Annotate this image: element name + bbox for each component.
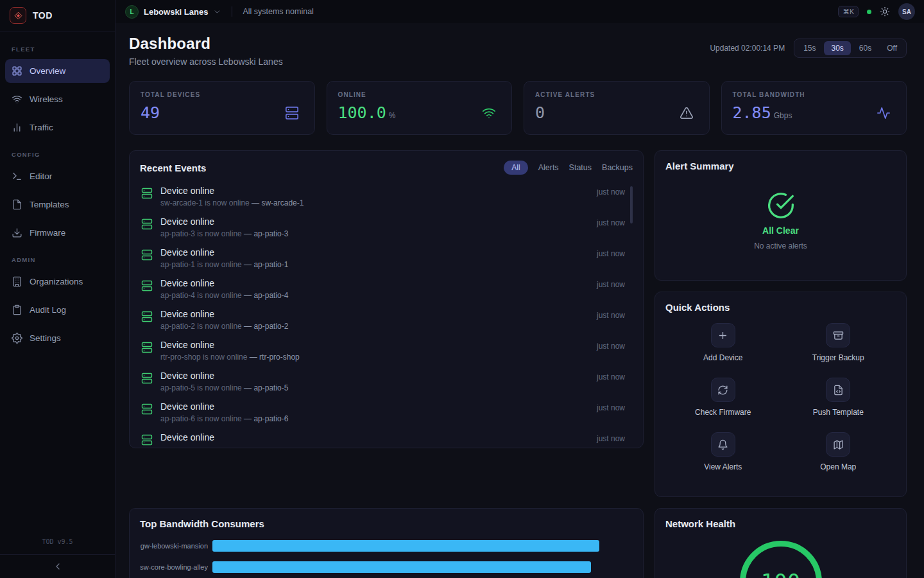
event-row[interactable]: Device online ap-patio-5 is now online —… <box>140 367 633 398</box>
wifi-icon <box>482 106 496 120</box>
sidebar-section-admin: ADMIN <box>5 256 110 263</box>
sidebar-item-label: Organizations <box>30 277 83 286</box>
page-subtitle: Fleet overview across Lebowski Lanes <box>129 57 283 67</box>
org-name: Lebowski Lanes <box>144 7 208 17</box>
dashboard-grid: Recent Events All Alerts Status Backups <box>129 150 907 578</box>
event-title: Device online <box>160 216 597 227</box>
event-time: just now <box>597 216 633 244</box>
tab-status[interactable]: Status <box>569 163 592 172</box>
event-time: just now <box>597 186 633 213</box>
network-health-title: Network Health <box>665 518 896 529</box>
download-icon <box>12 227 22 238</box>
tab-all[interactable]: All <box>504 161 527 175</box>
sidebar-item-label: Traffic <box>30 123 53 132</box>
terminal-icon <box>12 171 22 182</box>
tab-alerts[interactable]: Alerts <box>538 163 559 172</box>
bar-chart-icon <box>12 122 22 133</box>
event-time: just now <box>597 401 633 429</box>
sidebar-item-traffic[interactable]: Traffic <box>5 116 110 139</box>
stat-card-total-devices: TOTAL DEVICES 49 <box>129 81 315 135</box>
event-detail: ap-patio-1 is now online — ap-patio-1 <box>160 260 597 269</box>
event-row[interactable]: Device online ap-patio-2 is now online —… <box>140 306 633 337</box>
sidebar-item-label: Overview <box>30 66 65 76</box>
sidebar-section-config: CONFIG <box>5 151 110 158</box>
sidebar-item-overview[interactable]: Overview <box>5 59 110 83</box>
app-version: TOD v9.5 <box>0 538 115 554</box>
event-row[interactable]: Device online ap-patio-4 is now online —… <box>140 275 633 306</box>
event-device: — ap-patio-6 <box>244 414 288 423</box>
stat-value: 100.0 <box>338 103 386 122</box>
stat-label: TOTAL DEVICES <box>141 91 200 98</box>
stat-label: ONLINE <box>338 91 396 98</box>
trigger-backup-button[interactable]: Trigger Backup <box>781 323 896 362</box>
events-scrollbar[interactable] <box>630 186 633 223</box>
open-map-button[interactable]: Open Map <box>781 432 896 471</box>
sidebar-item-label: Settings <box>30 333 61 343</box>
add-device-button[interactable]: Add Device <box>665 323 781 362</box>
server-icon <box>141 311 153 322</box>
sun-icon[interactable] <box>880 6 890 17</box>
stat-card-online: ONLINE 100.0% <box>327 81 513 135</box>
sidebar-item-audit-log[interactable]: Audit Log <box>5 298 110 322</box>
sidebar-item-organizations[interactable]: Organizations <box>5 270 110 293</box>
refresh-option-off[interactable]: Off <box>880 41 904 55</box>
org-switcher[interactable]: L Lebowski Lanes <box>125 5 221 19</box>
event-title: Device online <box>160 340 597 350</box>
refresh-option-60s[interactable]: 60s <box>852 41 878 55</box>
clipboard-icon <box>12 304 22 315</box>
quick-actions-grid: Add Device Trigger Backup Check Firmware <box>665 323 896 471</box>
server-icon <box>141 249 153 261</box>
event-row[interactable]: Device online ap-patio-1 is now online —… <box>140 244 633 275</box>
event-row[interactable]: Device online rtr-pro-shop is now online… <box>140 337 633 367</box>
refresh-option-15s[interactable]: 15s <box>796 41 823 55</box>
event-time: just now <box>597 247 633 275</box>
event-list: Device online sw-arcade-1 is now online … <box>140 182 633 448</box>
sidebar-item-label: Templates <box>30 200 69 209</box>
event-row[interactable]: Device online just now <box>140 429 633 448</box>
view-alerts-button[interactable]: View Alerts <box>665 432 781 471</box>
event-row[interactable]: Device online ap-patio-6 is now online —… <box>140 398 633 429</box>
quick-action-label: Trigger Backup <box>812 353 864 362</box>
sidebar-item-settings[interactable]: Settings <box>5 326 110 350</box>
quick-action-label: View Alerts <box>704 462 742 471</box>
stat-unit: Gbps <box>774 111 792 120</box>
stat-card-total-bandwidth: TOTAL BANDWIDTH 2.85Gbps <box>721 81 907 135</box>
app-root: TOD FLEET Overview Wireless Traffic CONF… <box>0 0 924 578</box>
event-time: just now <box>597 340 633 367</box>
alert-summary-card: Alert Summary All Clear No active alerts <box>654 150 907 281</box>
network-health-value: 100 <box>761 569 800 578</box>
sidebar-item-templates[interactable]: Templates <box>5 193 110 216</box>
stat-label: TOTAL BANDWIDTH <box>733 91 805 98</box>
sidebar-item-firmware[interactable]: Firmware <box>5 221 110 245</box>
check-firmware-button[interactable]: Check Firmware <box>665 378 781 417</box>
bandwidth-bars: gw-lebowski-mansion sw-core-bowling-alle… <box>140 540 633 573</box>
push-template-button[interactable]: Push Template <box>781 378 896 417</box>
sidebar-item-wireless[interactable]: Wireless <box>5 87 110 111</box>
refresh-interval-segmented-control: 15s 30s 60s Off <box>794 39 907 58</box>
alert-triangle-icon <box>680 106 694 120</box>
sidebar-item-editor[interactable]: Editor <box>5 164 110 188</box>
refresh-option-30s[interactable]: 30s <box>824 41 850 55</box>
event-row[interactable]: Device online ap-patio-3 is now online —… <box>140 213 633 244</box>
quick-actions-title: Quick Actions <box>665 302 896 313</box>
plus-icon <box>717 330 728 341</box>
event-detail: ap-patio-4 is now online — ap-patio-4 <box>160 291 597 300</box>
event-detail: ap-patio-3 is now online — ap-patio-3 <box>160 229 597 238</box>
server-icon <box>141 280 153 292</box>
top-bandwidth-title: Top Bandwidth Consumers <box>140 518 633 529</box>
event-time: just now <box>597 309 633 337</box>
refresh-controls: Updated 02:00:14 PM 15s 30s 60s Off <box>710 39 907 58</box>
bandwidth-device-label: sw-core-bowling-alley <box>140 563 212 571</box>
alert-detail: No active alerts <box>754 241 807 250</box>
sidebar-collapse-button[interactable] <box>0 554 115 578</box>
user-avatar[interactable]: SA <box>898 3 915 20</box>
bandwidth-row: gw-lebowski-mansion <box>140 540 633 552</box>
event-title: Device online <box>160 432 597 442</box>
event-row[interactable]: Device online sw-arcade-1 is now online … <box>140 182 633 213</box>
sidebar-nav: FLEET Overview Wireless Traffic CONFIG E… <box>0 31 115 538</box>
right-column: Alert Summary All Clear No active alerts… <box>654 150 907 497</box>
activity-icon <box>877 106 891 120</box>
tab-backups[interactable]: Backups <box>602 163 633 172</box>
chevron-down-icon <box>213 8 221 16</box>
recent-events-header: Recent Events All Alerts Status Backups <box>140 161 633 175</box>
